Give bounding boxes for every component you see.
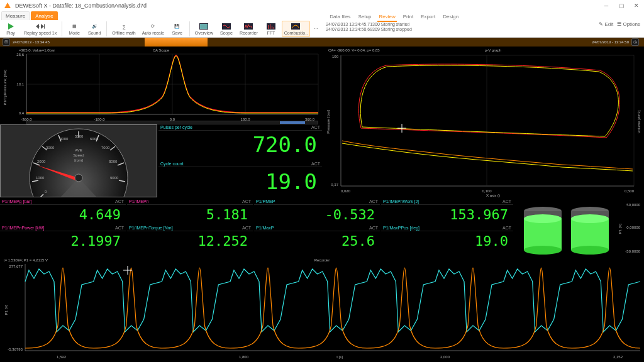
timestrip-selection[interactable] [145,38,208,47]
rewind-fwd-icon [36,22,45,31]
svg-text:CA= -360,00; V= 0,04; p= 0,85: CA= -360,00; V= 0,04; p= 0,85 [328,48,380,52]
fft-button[interactable]: FFT [262,21,280,37]
svg-text:13,1: 13,1 [16,82,24,86]
svg-point-81 [524,214,562,223]
subtab-datafiles[interactable]: Data files [328,13,352,22]
value-imepntorque[interactable]: P1/IMEPnTorque [Nm]ACT 12.252 [127,225,253,250]
svg-text:8000: 8000 [109,160,118,163]
svg-text:1000: 1000 [36,176,45,180]
save-icon: 💾 [173,22,182,31]
sound-button[interactable]: 🔊 Sound [85,21,104,37]
combustion-button[interactable]: Combustio.. [282,21,310,37]
svg-text:6000: 6000 [90,137,99,141]
recorder-button[interactable]: Recorder [237,21,260,37]
svg-text:2,152: 2,152 [613,355,623,359]
timestrip-right-time: 24/07/2013 - 13:34:50 [592,40,629,44]
cycle-count-value: 19.0 [158,167,322,196]
subtab-review[interactable]: Review [377,13,396,22]
auto-recalc-button[interactable]: ⟳ Auto recalc [140,21,167,37]
svg-point-86 [571,246,609,255]
timestrip-clock[interactable]: ◷ [631,38,639,46]
overview-button[interactable]: Overview [192,21,216,37]
svg-rect-9 [291,23,300,30]
value-imepnwork[interactable]: P1/IMEPnWork [J]ACT 153.967 [381,199,513,224]
mode-icon: ▦ [70,22,79,31]
play-button[interactable]: Play [1,21,20,37]
save-button[interactable]: 💾 Save [168,21,187,37]
svg-text:0,4: 0,4 [19,111,25,115]
bar-panel[interactable]: 50,0000 0,00000 -50,0000 P1 [V] [514,199,644,255]
svg-rect-1 [200,24,208,29]
speed-gauge[interactable]: 0 1000 2000 3000 4000 5000 6000 7000 800… [0,124,157,197]
sound-icon: 🔊 [90,22,99,31]
value-maxppos[interactable]: P1/MaxPPos [deg]ACT 19.0 [381,225,513,250]
scope-icon [222,22,231,31]
svg-point-80 [524,246,562,255]
tab-analyse[interactable]: Analyse [31,11,57,20]
options-button[interactable]: ☰ Options [617,21,640,27]
svg-rect-85 [571,219,609,250]
svg-text:t= 1,53034; P1 = 4,2115 V: t= 1,53034; P1 = 4,2115 V [4,258,48,262]
math-icon: ∑ [119,22,128,31]
svg-text:5000: 5000 [75,134,84,138]
svg-rect-7 [272,26,272,29]
svg-rect-6 [270,24,270,29]
svg-rect-5 [268,25,269,29]
svg-text:7000: 7000 [101,146,110,150]
title-bar: DEWESoft X - Datafile: 18_CombustionAnal… [0,0,644,11]
value-imepnpower[interactable]: P1/IMEPnPower [kW]ACT 2.1997 [0,225,126,250]
minimize-button[interactable]: ─ [599,1,614,10]
recalc-icon: ⟳ [148,22,157,31]
svg-text:2,000: 2,000 [440,355,450,359]
svg-text:1,800: 1,800 [239,355,249,359]
subtab-design[interactable]: Design [441,13,460,22]
svg-text:-5,36795: -5,36795 [8,348,23,351]
pulses-per-cycle-box[interactable]: Pulses per cycleACT 720.0 [158,124,322,160]
svg-text:9000: 9000 [110,176,119,180]
value-imepg[interactable]: P1/IMEPg [bar]ACT 4.649 [0,199,126,224]
replay-speed[interactable]: Replay speed 1x [21,21,59,37]
value-maxp[interactable]: P1/MaxPACT 25.6 [254,225,380,250]
value-imepn[interactable]: P1/IMEPnACT 5.181 [127,199,253,224]
svg-text:P1 [V]: P1 [V] [618,223,622,234]
scope-button[interactable]: Scope [217,21,236,37]
svg-text:Pressure [bar]: Pressure [bar] [326,110,330,134]
svg-text:0,00000: 0,00000 [626,226,640,229]
time-strip[interactable]: ⊞ 24/07/2013 - 13:34:45 24/07/2013 - 13:… [0,38,644,47]
svg-text:Volume [dm3]: Volume [dm3] [637,110,641,133]
timestrip-left-time: 24/07/2013 - 13:34:45 [13,40,50,44]
svg-text:[rpm]: [rpm] [74,158,83,162]
close-button[interactable]: ✕ [629,1,644,10]
pv-graph-panel[interactable]: p-V graph CA= -360,00; V= 0,04; p= 0,85 … [323,47,644,197]
svg-text:0,500: 0,500 [625,189,635,193]
recorder-panel[interactable]: Recorder t= 1,53034; P1 = 4,2115 V 277,6… [0,256,644,362]
dashboard: CA Scope =305,0; Value=1,0bar 25,6 13,1 … [0,47,644,362]
svg-text:277,677: 277,677 [9,265,23,268]
timestrip-lock-left[interactable]: ⊞ [3,38,10,46]
svg-text:AVE: AVE [75,148,82,152]
maximize-button[interactable]: ▢ [614,1,629,10]
offline-math-button[interactable]: ∑ Offline math [109,21,138,37]
subtab-setup[interactable]: Setup [357,13,373,22]
edit-button[interactable]: ✎ Edit [599,21,613,27]
cycle-count-box[interactable]: Cycle countACT 19.0 [158,161,322,197]
combustion-icon [291,22,300,31]
svg-text:4000: 4000 [60,137,69,141]
svg-rect-8 [274,27,274,29]
svg-text:100: 100 [332,55,339,58]
svg-text:0,100: 0,100 [482,189,492,193]
svg-text:0,020: 0,020 [341,189,351,193]
mode-button[interactable]: ▦ Mode [65,21,84,37]
svg-text:Recorder: Recorder [314,258,330,262]
overview-icon [199,22,208,31]
play-icon [6,22,15,31]
more-widgets-button[interactable]: ⋯ [311,21,321,37]
fft-icon [267,22,275,31]
tab-measure[interactable]: Measure [1,11,30,20]
subtab-print[interactable]: Print [402,13,414,22]
subtab-export[interactable]: Export [419,13,436,22]
ca-scope-panel[interactable]: CA Scope =305,0; Value=1,0bar 25,6 13,1 … [0,47,322,123]
svg-point-54 [75,174,82,182]
value-pmep[interactable]: P1/PMEPACT -0.532 [254,199,380,224]
recorder-icon [244,22,253,31]
